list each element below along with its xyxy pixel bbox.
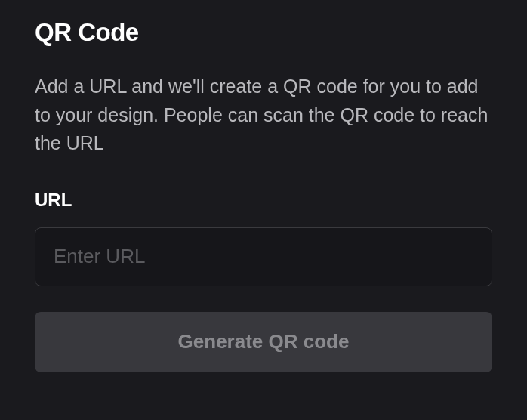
panel-title: QR Code [35,18,492,47]
url-field-label: URL [35,190,492,211]
generate-qr-button[interactable]: Generate QR code [35,312,492,372]
panel-description: Add a URL and we'll create a QR code for… [35,73,492,158]
url-input[interactable] [35,227,492,286]
